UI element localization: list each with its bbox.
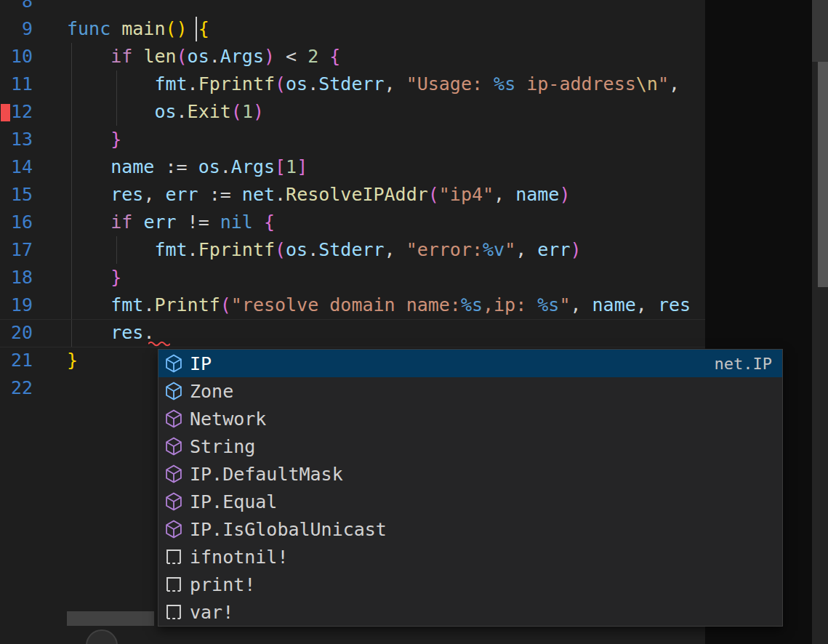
text-cursor — [196, 17, 197, 41]
indent-guide — [116, 71, 117, 126]
code-token: ) — [264, 46, 275, 67]
code-line[interactable]: 18 } — [0, 264, 705, 291]
code-token: Stderr — [318, 73, 384, 94]
vertical-scrollbar[interactable] — [812, 0, 828, 644]
code-token — [67, 322, 110, 343]
code-line[interactable]: 14 name := os.Args[1] — [0, 153, 705, 181]
code-token: "ip4" — [439, 184, 494, 205]
overview-ruler-error-marker — [1, 104, 10, 121]
symbol-snippet-icon — [164, 547, 183, 566]
code-token: res — [110, 322, 143, 343]
current-line-highlight — [0, 347, 705, 347]
code-line[interactable]: 13 } — [0, 126, 705, 153]
indent-guide — [71, 43, 72, 347]
suggestion-item[interactable]: IP.Equal — [158, 488, 782, 515]
vertical-scrollbar-thumb[interactable] — [818, 62, 828, 287]
line-number[interactable]: 16 — [0, 209, 33, 236]
suggestion-item[interactable]: print! — [158, 571, 782, 598]
code-token: } — [67, 350, 78, 371]
code-token: [ — [275, 156, 286, 177]
line-number[interactable]: 9 — [0, 15, 33, 43]
code-token: , — [669, 73, 680, 94]
suggestion-label: IP.IsGlobalUnicast — [190, 519, 387, 540]
line-number[interactable]: 10 — [0, 43, 33, 71]
code-token: , — [636, 294, 658, 315]
code-line[interactable]: 11 fmt.Fprintf(os.Stderr, "Usage: %s ip-… — [0, 71, 705, 98]
line-number[interactable]: 14 — [0, 153, 33, 181]
line-number[interactable]: 22 — [0, 374, 33, 402]
suggestion-label: IP.Equal — [190, 491, 277, 512]
code-token: err — [537, 239, 570, 260]
code-editor-window: 89func main() {10 if len(os.Args) < 2 {1… — [0, 0, 828, 644]
line-number[interactable]: 21 — [0, 347, 33, 374]
symbol-snippet-icon — [164, 575, 183, 594]
code-line[interactable]: 9func main() { — [0, 15, 705, 43]
code-token: . — [275, 184, 286, 205]
code-token: ( — [428, 184, 439, 205]
suggestion-item[interactable]: Network — [158, 405, 782, 432]
suggestion-item[interactable]: IP.IsGlobalUnicast — [158, 515, 782, 543]
symbol-method-icon — [164, 520, 183, 539]
code-line[interactable]: 19 fmt.Printf("resolve domain name:%s,ip… — [0, 291, 705, 319]
indent-guide — [116, 236, 117, 264]
code-text: res. — [67, 319, 154, 347]
suggestion-label: String — [190, 436, 255, 457]
code-token: , — [385, 239, 406, 260]
line-number[interactable]: 18 — [0, 264, 33, 291]
code-line[interactable]: 10 if len(os.Args) < 2 { — [0, 43, 705, 71]
error-squiggle — [148, 340, 170, 347]
code-token: ) — [177, 18, 188, 39]
code-text: os.Exit(1) — [67, 98, 264, 126]
code-token: os — [188, 46, 209, 67]
symbol-field-icon — [164, 354, 183, 373]
suggestion-item[interactable]: ifnotnil! — [158, 543, 782, 571]
suggestion-item[interactable]: IP.DefaultMask — [158, 460, 782, 488]
code-token: name — [592, 294, 636, 315]
code-token: 1 — [242, 101, 253, 122]
code-token: res — [658, 294, 691, 315]
code-token: fmt — [154, 73, 187, 94]
code-line[interactable]: 20 res. — [0, 319, 705, 347]
symbol-method-icon — [164, 464, 183, 483]
suggestion-detail: net.IP — [715, 355, 772, 373]
suggestion-item[interactable]: String — [158, 432, 782, 460]
code-token: < — [275, 46, 308, 67]
code-token: . — [143, 294, 154, 315]
code-token: "Usage: — [406, 73, 494, 94]
code-line[interactable]: 15 res, err := net.ResolveIPAddr("ip4", … — [0, 181, 705, 209]
suggestion-label: Network — [190, 408, 266, 430]
code-token: { — [329, 46, 340, 67]
code-text: func main() { — [67, 15, 209, 43]
code-line[interactable]: 8 — [0, 0, 705, 15]
code-token: %s — [494, 73, 515, 94]
horizontal-scrollbar-thumb[interactable] — [67, 611, 154, 626]
code-token: . — [209, 46, 220, 67]
code-token: , — [494, 184, 515, 205]
code-token: " — [658, 73, 669, 94]
suggest-widget: IPnet.IPZoneNetworkStringIP.DefaultMaskI… — [158, 349, 783, 627]
code-line[interactable]: 16 if err != nil { — [0, 209, 705, 236]
code-text: if err != nil { — [67, 209, 275, 236]
code-token: ( — [275, 239, 286, 260]
suggestion-label: IP — [190, 353, 212, 374]
code-token: if — [110, 46, 143, 67]
code-token: if — [110, 212, 143, 233]
code-line[interactable]: 12 os.Exit(1) — [0, 98, 705, 126]
line-number[interactable]: 11 — [0, 71, 33, 98]
line-number[interactable]: 13 — [0, 126, 33, 153]
line-number[interactable]: 20 — [0, 319, 33, 347]
line-number[interactable]: 8 — [0, 0, 33, 15]
line-number[interactable]: 19 — [0, 291, 33, 319]
suggestion-item[interactable]: IPnet.IP — [158, 350, 782, 377]
code-text: fmt.Fprintf(os.Stderr, "error:%v", err) — [67, 236, 582, 264]
symbol-field-icon — [164, 382, 183, 401]
code-line[interactable]: 17 fmt.Fprintf(os.Stderr, "error:%v", er… — [0, 236, 705, 264]
code-token: nil — [220, 212, 253, 233]
code-token: len — [143, 46, 176, 67]
line-number[interactable]: 17 — [0, 236, 33, 264]
code-token: } — [110, 267, 121, 288]
suggestion-item[interactable]: var! — [158, 598, 782, 626]
suggestion-item[interactable]: Zone — [158, 377, 782, 405]
code-token: { — [198, 18, 209, 39]
line-number[interactable]: 15 — [0, 181, 33, 209]
